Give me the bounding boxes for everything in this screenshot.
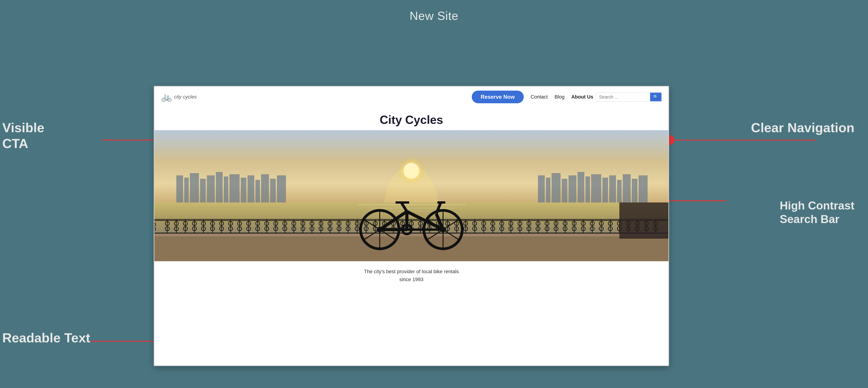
svg-rect-13 (216, 172, 223, 202)
svg-rect-21 (277, 175, 286, 202)
annotation-high-contrast-search: High Contrast Search Bar (780, 199, 855, 226)
svg-rect-17 (248, 175, 254, 202)
svg-rect-11 (200, 179, 206, 202)
hero-title: City Cycles (154, 107, 669, 130)
svg-rect-27 (578, 172, 584, 202)
nav-contact[interactable]: Contact (530, 94, 548, 100)
svg-rect-34 (632, 179, 638, 202)
search-bar: 🔍 (596, 92, 662, 102)
annotation-clear-navigation: Clear Navigation (751, 120, 855, 136)
site-footer-text: The city's best provider of local bike r… (154, 261, 669, 290)
nav-blog[interactable]: Blog (555, 94, 564, 100)
svg-rect-14 (224, 176, 228, 202)
svg-rect-10 (190, 173, 199, 202)
nav-right: 🔍 (596, 92, 662, 102)
search-icon: 🔍 (653, 94, 658, 99)
svg-rect-35 (639, 175, 648, 202)
hero-svg (154, 130, 669, 261)
arrow-clear-nav-line (674, 140, 816, 140)
svg-rect-26 (568, 175, 577, 202)
svg-rect-8 (176, 175, 183, 202)
logo-text: city cycles (174, 94, 197, 100)
search-input[interactable] (596, 93, 650, 101)
svg-rect-24 (552, 173, 561, 202)
bicycle-icon: 🚲 (161, 92, 172, 102)
svg-rect-36 (154, 234, 669, 261)
svg-rect-31 (609, 175, 616, 202)
svg-rect-19 (261, 174, 269, 202)
site-preview-window: 🚲 city cycles Reserve Now Contact Blog A… (154, 86, 669, 366)
reserve-now-button[interactable]: Reserve Now (472, 91, 524, 103)
hero-image (154, 130, 669, 261)
main-nav: Contact Blog About Us (530, 94, 593, 100)
svg-rect-33 (623, 174, 631, 202)
svg-rect-28 (585, 176, 590, 202)
annotation-visible-cta: Visible CTA (2, 120, 44, 151)
svg-rect-9 (184, 177, 189, 202)
svg-rect-32 (617, 180, 622, 202)
svg-rect-16 (241, 177, 246, 202)
svg-rect-30 (602, 177, 608, 202)
nav-about-us[interactable]: About Us (571, 94, 593, 100)
page-title: New Site (0, 0, 868, 23)
svg-rect-18 (255, 180, 260, 202)
svg-rect-22 (538, 175, 545, 202)
annotation-readable-text: Readable Text (2, 330, 90, 346)
svg-rect-15 (229, 174, 240, 202)
svg-rect-20 (270, 179, 276, 202)
logo-area: 🚲 city cycles (161, 92, 469, 102)
svg-rect-12 (207, 175, 215, 202)
svg-rect-25 (562, 179, 567, 202)
site-header: 🚲 city cycles Reserve Now Contact Blog A… (154, 87, 669, 107)
svg-rect-23 (546, 177, 550, 202)
svg-rect-237 (619, 202, 669, 239)
svg-rect-29 (591, 174, 601, 202)
search-button[interactable]: 🔍 (650, 93, 661, 101)
